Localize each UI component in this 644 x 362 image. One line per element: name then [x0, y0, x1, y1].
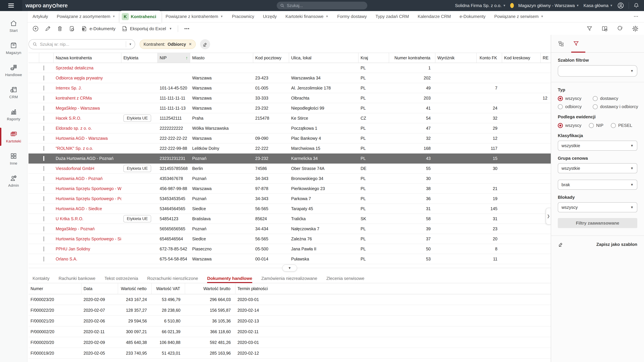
table-row[interactable]: Hacek S.R.O.Etykieta UE1112542111Praha21… [28, 113, 551, 123]
warehouse-selector[interactable]: Magazyn główny - Warszawa▼ [518, 3, 579, 8]
classification-select[interactable]: wszystkie▼ [558, 141, 637, 151]
drag-handle-cell[interactable] [28, 76, 39, 80]
row-checkbox[interactable] [43, 216, 44, 221]
drag-handle-cell[interactable] [28, 116, 39, 121]
document-row[interactable]: F/000019/202020-02-05233 740,9551 423,01… [28, 348, 551, 359]
chevron-down-icon[interactable]: ▼ [129, 42, 132, 46]
checkbox-cell[interactable] [39, 166, 54, 171]
company-selector[interactable]: Solidna Firma Sp. z o.o.▼ [455, 3, 506, 8]
table-row[interactable]: MegaSklep - Poznań56565656565Poznań34-43… [28, 224, 551, 234]
save-as-template-link[interactable]: Zapisz jako szablon [596, 242, 637, 247]
type-radio-odbiorcy[interactable]: odbiorcy [558, 104, 593, 109]
checkbox-cell[interactable] [39, 226, 54, 231]
clear-panel-filters-button[interactable] [558, 242, 564, 247]
blocks-select[interactable]: wszyscy▼ [558, 202, 637, 212]
settings-button[interactable] [632, 25, 639, 32]
doc-column-header-gross[interactable]: Wartość brutto [185, 283, 236, 294]
table-row[interactable]: Orlano S.A.675-54-58-854Warszawa00-014Pu… [28, 254, 551, 264]
row-checkbox[interactable] [43, 176, 44, 181]
row-checkbox[interactable] [43, 206, 44, 211]
row-checkbox[interactable] [43, 65, 44, 70]
hamburger-menu-button[interactable] [0, 0, 22, 11]
add-button[interactable] [32, 25, 39, 32]
checkbox-cell[interactable] [39, 136, 54, 141]
document-row[interactable]: F/000021/202020-02-0629 594,566 510,8036… [28, 316, 551, 327]
expand-panel-button[interactable]: ❯ [546, 208, 551, 225]
drag-handle-cell[interactable] [28, 126, 39, 131]
row-checkbox[interactable] [43, 226, 44, 231]
drag-handle-cell[interactable] [28, 247, 39, 251]
remove-filter-icon[interactable]: ✕ [189, 42, 192, 46]
sidebar-item-inne[interactable]: Inne [0, 148, 27, 170]
doc-column-header-net[interactable]: Wartość netto [118, 283, 152, 294]
row-checkbox[interactable] [43, 237, 44, 241]
checkbox-cell[interactable] [39, 206, 54, 211]
checkbox-cell[interactable] [39, 247, 54, 251]
sidebar-item-raporty[interactable]: Raporty [0, 104, 27, 126]
help-button[interactable] [602, 25, 608, 32]
document-row[interactable]: F/000022/202020-02-07128 357,2728 238,60… [28, 305, 551, 316]
module-tab-urzędy[interactable]: Urzędy [258, 11, 281, 22]
doc-column-header-due[interactable]: Termin płatności [236, 283, 551, 294]
sidebar-item-admin[interactable]: Admin [0, 170, 27, 192]
column-header-barcode[interactable]: Kod kreskowy [502, 53, 541, 63]
row-checkbox[interactable] [43, 116, 44, 121]
checkbox-cell[interactable] [39, 65, 54, 70]
detail-tab-zamówienia-niezrealizowane[interactable]: Zamówienia niezrealizowane [261, 274, 317, 283]
checkbox-cell[interactable] [39, 156, 54, 161]
row-checkbox[interactable] [43, 196, 44, 201]
checkbox-cell[interactable] [39, 216, 54, 221]
checkbox-cell[interactable] [39, 116, 54, 121]
row-checkbox[interactable] [43, 146, 44, 151]
row-checkbox[interactable] [43, 86, 44, 90]
module-tab-pracownicy[interactable]: Pracownicy [228, 11, 258, 22]
collapse-detail-button[interactable]: ▼ [282, 265, 297, 272]
price-group-select[interactable]: wszystkie▼ [558, 163, 637, 173]
table-row[interactable]: Duża Hurtownia AGD - Poznań23231231231Po… [28, 153, 551, 164]
drag-handle-cell[interactable] [28, 186, 39, 191]
row-checkbox[interactable] [43, 186, 44, 191]
refresh-button[interactable] [617, 25, 623, 32]
detail-tab-tekst-ostrzeżenia[interactable]: Tekst ostrzeżenia [104, 274, 138, 283]
row-checkbox[interactable] [43, 156, 44, 161]
table-row[interactable]: PPHU Jan Solidny672-78-85-542Piaseczno05… [28, 244, 551, 254]
row-checkbox[interactable] [43, 126, 44, 131]
table-row[interactable]: U Krtka S.R.O.Etykieta UE54854123Bratisl… [28, 214, 551, 224]
cashbox-selector[interactable]: Kasa główna▼ [584, 3, 613, 8]
more-actions-button[interactable] [184, 26, 190, 32]
column-header-re[interactable]: RE [541, 53, 551, 63]
export-excel-button[interactable]: XLSX Eksportuj do Excel▼ [121, 25, 172, 32]
row-checkbox[interactable] [43, 106, 44, 111]
global-search-input[interactable]: Szukaj... [277, 2, 367, 9]
drag-handle-cell[interactable] [28, 96, 39, 100]
advanced-filters-button[interactable]: Filtry zaawansowane [558, 218, 637, 228]
sidebar-item-kartoteki[interactable]: Kartoteki [0, 126, 27, 148]
doc-column-header-date[interactable]: Data [82, 283, 118, 294]
document-row[interactable]: F/000020/202020-02-09485 640,38106 840,8… [28, 337, 551, 348]
checkbox-cell[interactable] [39, 96, 54, 100]
detail-tab-dokumenty-handlowe[interactable]: Dokumenty handlowe [207, 274, 252, 283]
table-row[interactable]: Viessdorfonal GmbHEtykieta UE32145578556… [28, 164, 551, 174]
module-tab-e-dokumenty[interactable]: e-Dokumenty [455, 11, 490, 22]
user-account-button[interactable] [617, 2, 624, 9]
filter-button[interactable] [586, 25, 593, 32]
table-row[interactable]: Hurtownia AGD - Poznań4353467678Poznań34… [28, 174, 551, 184]
type-radio-dostawcy-i-odbiorcy[interactable]: dostawcy i odbiorcy [593, 104, 638, 109]
template-select[interactable]: ▼ [558, 65, 637, 77]
registry-radio-pesel[interactable]: PESEL [611, 123, 632, 128]
detail-tab-kontakty[interactable]: Kontakty [32, 274, 50, 283]
sidebar-item-handlowe[interactable]: Handlowe [0, 59, 27, 81]
checkbox-cell[interactable] [39, 86, 54, 90]
edit-button[interactable] [44, 25, 51, 32]
checkbox-cell[interactable] [39, 76, 54, 80]
contractor-card-button[interactable] [69, 25, 75, 32]
module-tab-artykuły[interactable]: Artykuły [28, 11, 52, 22]
table-row[interactable]: Interrex Sp. J.101-14-45-520Warszawa01-0… [28, 83, 551, 93]
drag-handle-cell[interactable] [28, 156, 39, 161]
drag-handle-cell[interactable] [28, 136, 39, 141]
table-row[interactable]: Hurtownia Sprzętu Sportowego - Wa456-987… [28, 184, 551, 194]
drag-handle-cell[interactable] [28, 237, 39, 241]
column-header-zip[interactable]: Kod pocztowy [253, 53, 289, 63]
module-tab-typy-zadań-crm[interactable]: Typy zadań CRM [371, 11, 413, 22]
checkbox-cell[interactable] [39, 186, 54, 191]
